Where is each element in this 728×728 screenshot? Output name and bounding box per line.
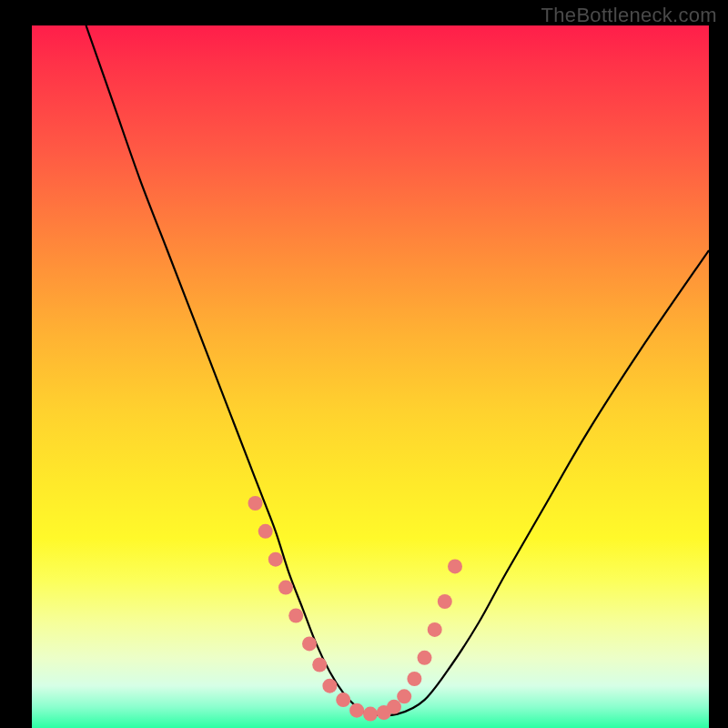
marker-point bbox=[397, 689, 411, 703]
plot-area bbox=[32, 25, 709, 728]
marker-point bbox=[448, 559, 462, 573]
marker-point bbox=[248, 496, 263, 511]
marker-point bbox=[336, 693, 350, 707]
marker-point bbox=[322, 679, 337, 693]
marker-point bbox=[407, 672, 421, 686]
marker-point bbox=[387, 700, 401, 714]
marker-point bbox=[349, 703, 364, 718]
bottleneck-curve bbox=[86, 25, 709, 715]
marker-point bbox=[438, 594, 452, 609]
marker-point bbox=[268, 552, 283, 567]
marker-point bbox=[302, 636, 317, 651]
marker-point bbox=[428, 622, 442, 637]
marker-point bbox=[312, 658, 327, 672]
watermark-text: TheBottleneck.com bbox=[541, 4, 717, 27]
marker-point bbox=[418, 651, 432, 665]
marker-point bbox=[278, 581, 293, 595]
chart-svg bbox=[32, 25, 709, 728]
marker-point bbox=[288, 609, 303, 623]
chart-frame: TheBottleneck.com bbox=[0, 0, 728, 728]
marker-point bbox=[258, 524, 273, 539]
marker-point bbox=[363, 707, 378, 722]
highlight-points bbox=[248, 496, 463, 722]
